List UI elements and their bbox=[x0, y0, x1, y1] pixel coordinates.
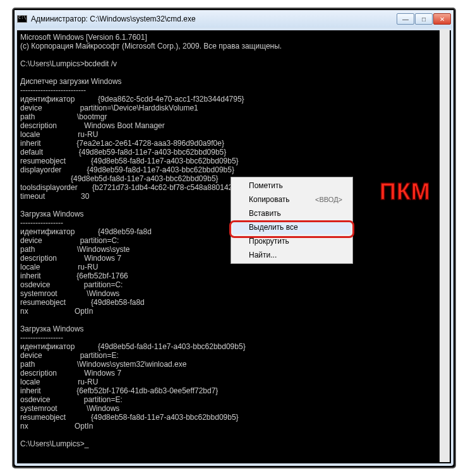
context-menu: ПометитьКопировать<ВВОД>ВставитьВыделить… bbox=[231, 177, 353, 264]
menu-item-label: Выделить все bbox=[249, 223, 298, 232]
menu-item-label: Пометить bbox=[249, 181, 283, 190]
minimize-button[interactable]: — bbox=[397, 13, 414, 25]
menu-item-label: Копировать bbox=[249, 195, 290, 204]
window-title: Администратор: C:\Windows\system32\cmd.e… bbox=[31, 15, 393, 23]
context-menu-item-0[interactable]: Пометить bbox=[232, 179, 351, 193]
close-button[interactable]: ✕ bbox=[433, 13, 451, 25]
context-menu-item-1[interactable]: Копировать<ВВОД> bbox=[232, 193, 351, 206]
pkm-label: ПКМ bbox=[380, 179, 431, 205]
menu-item-label: Найти... bbox=[249, 251, 277, 259]
menu-item-label: Вставить bbox=[249, 209, 281, 218]
context-menu-item-4[interactable]: Прокрутить bbox=[232, 234, 351, 248]
menu-item-hint: <ВВОД> bbox=[315, 196, 342, 203]
menu-item-label: Прокрутить bbox=[249, 237, 289, 246]
titlebar[interactable]: Администратор: C:\Windows\system32\cmd.e… bbox=[15, 10, 453, 28]
context-menu-item-3[interactable]: Выделить все bbox=[232, 220, 351, 234]
context-menu-item-5[interactable]: Найти... bbox=[232, 248, 351, 262]
maximize-button[interactable]: □ bbox=[415, 13, 433, 25]
cmd-icon bbox=[17, 15, 27, 23]
context-menu-item-2[interactable]: Вставить bbox=[232, 206, 351, 220]
window-controls: — □ ✕ bbox=[397, 13, 451, 25]
scrollbar[interactable] bbox=[440, 29, 450, 462]
